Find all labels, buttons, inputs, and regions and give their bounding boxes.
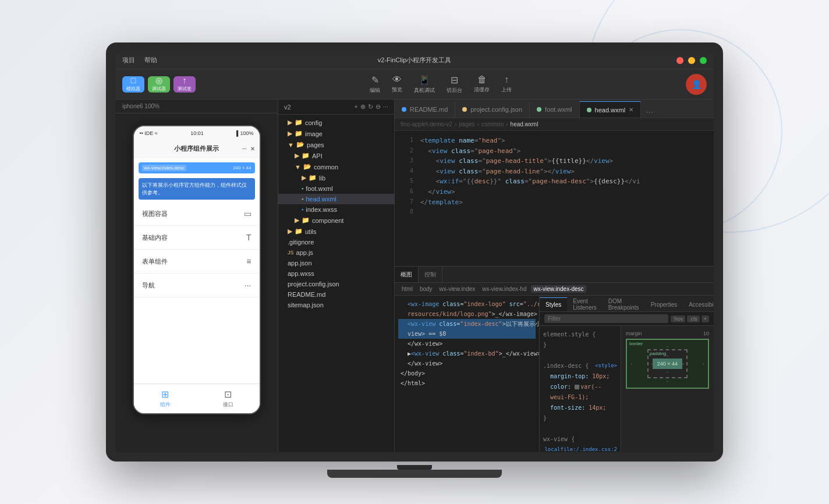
preview-action[interactable]: 👁 预览 [392,74,402,94]
window-close[interactable] [676,57,683,64]
window-minimize[interactable] [688,57,695,64]
list-item-nav[interactable]: 导航 ··· [134,274,260,297]
folder-icon-api: ▶ [295,152,299,159]
styles-tab-event-listeners[interactable]: Event Listeners [567,297,603,311]
phone-menu-dots[interactable]: ··· [242,146,247,152]
phone-container: •• IDE ≈ 10:01 ▌100% 小程序组件展示 ··· ✕ [115,113,278,452]
padding-row: - 240 × 44 - [651,359,684,369]
styles-tab-accessibility[interactable]: Accessibility [683,297,714,311]
code-editor-top: 1 <template name="head"> 2 <view class="… [395,131,714,266]
line-num-7: 7 [399,197,413,207]
upload-action[interactable]: ↑ 上传 [501,74,512,94]
tree-item-index-wxss[interactable]: ▪ index.wxss [278,204,394,215]
phone-app-title: 小程序组件展示 [174,144,219,153]
clear-cache-action[interactable]: 🗑 清缓存 [474,74,490,94]
device-debug-action[interactable]: 📱 真机调试 [414,74,435,94]
code-text-6: </view> [420,187,455,197]
debugger-label: 调试器 [152,86,166,92]
edit-action[interactable]: ✎ 编辑 [370,74,380,94]
tab-more-button[interactable]: ··· [641,107,658,118]
more-icon[interactable]: ··· [383,103,388,111]
tree-item-image[interactable]: ▶ 📁 image [278,128,394,139]
window-maximize[interactable] [700,57,707,64]
phone-close-btn[interactable]: ✕ [250,146,255,152]
new-file-icon[interactable]: + [354,103,357,111]
tree-item-config[interactable]: ▶ 📁 config [278,117,394,128]
db-item-html[interactable]: html [399,285,415,293]
tree-item-readme[interactable]: README.md [278,289,394,300]
styles-tab-styles[interactable]: Styles [540,297,567,311]
filter-badge-hov[interactable]: :hov [671,315,685,322]
tree-item-project-config[interactable]: project.config.json [278,279,394,289]
devtools-tab-control[interactable]: 控制 [419,267,442,282]
devtools-html-panel: <wx-image class="index-logo" src="../res… [395,296,539,452]
tree-item-common[interactable]: ▼ 📂 common [278,161,394,172]
user-avatar[interactable]: 👤 [686,74,707,95]
tree-item-api[interactable]: ▶ 📁 API [278,150,394,161]
tab-dot-project [462,107,467,112]
db-item-wx-view-index-hd[interactable]: wx-view.index-hd [480,285,529,293]
code-line-5: 5 <wx:if="{{desc}}" class="page-head-des… [395,176,714,187]
tab-dot-head [587,108,591,112]
style-source-link[interactable]: <style> [595,361,617,370]
padding-right-val: - [682,361,684,367]
collapse-icon[interactable]: ⊖ [375,103,381,111]
menu-item-project[interactable]: 项目 [122,56,135,65]
tab-close-head[interactable]: ✕ [629,107,633,113]
phone-title-bar: 小程序组件展示 ··· ✕ [134,140,260,158]
db-item-wx-view-index-desc[interactable]: wx-view.index-desc [531,285,586,293]
tree-item-app-json[interactable]: app.json [278,258,394,268]
list-item-basic-content[interactable]: 基础内容 T [134,226,260,250]
test-button[interactable]: ↑ 测试签 [173,76,196,93]
components-nav-label: 组件 [160,401,171,409]
editor-area: v2 + ⊕ ↻ ⊖ ··· [278,100,714,452]
code-text-5: <wx:if="{{desc}}" class="page-head-desc"… [420,176,640,187]
db-item-wx-view-index[interactable]: wx-view.index [437,285,478,293]
devtools-tabs: 概图 控制 [395,267,442,282]
tree-item-head-wxml[interactable]: ▪ head.wxml [278,194,394,204]
tree-item-utils[interactable]: ▶ 📁 utils [278,226,394,237]
phone-signal: •• IDE ≈ [140,130,158,136]
toolbar-right: 👤 [686,74,707,95]
debugger-button[interactable]: ◎ 调试器 [148,76,170,93]
styles-tab-properties[interactable]: Properties [645,297,683,311]
box-middle-row: - padding - - [630,349,704,378]
menu-item-help[interactable]: 帮助 [144,56,157,65]
styles-tab-dom-breakpoints[interactable]: DOM Breakpoints [603,297,645,311]
tab-project-config[interactable]: project.config.json [455,101,530,118]
border-bottom-val: - [630,378,704,384]
tree-item-app-wxss[interactable]: app.wxss [278,268,394,279]
list-item-view-container[interactable]: 视图容器 ▭ [134,202,260,226]
styles-split: element.style { } .index-desc { <style> [540,326,714,452]
tree-item-gitignore[interactable]: .gitignore [278,237,394,247]
tab-head-wxml[interactable]: head.wxml ✕ [580,101,642,118]
new-folder-icon[interactable]: ⊕ [360,103,366,111]
styles-filter-input[interactable] [544,314,668,323]
refresh-icon[interactable]: ↻ [368,103,373,111]
tree-item-component[interactable]: ▶ 📁 component [278,215,394,226]
background-icon: ⊟ [451,74,458,86]
phone-nav-interface[interactable]: ⊡ 接口 [197,384,260,413]
filter-badge-plus[interactable]: + [702,315,709,322]
line-num-2: 2 [399,146,413,155]
tree-item-pages[interactable]: ▼ 📂 pages [278,139,394,150]
phone-nav-components[interactable]: ⊞ 组件 [134,384,197,413]
html-line-3[interactable]: <wx-view class="index-desc">以下将展示小程序官方组件… [398,319,536,329]
filter-badge-cls[interactable]: .cls [687,315,700,322]
tree-item-foot-wxml[interactable]: ▪ foot.wxml [278,183,394,194]
tree-item-lib[interactable]: ▶ 📁 lib [278,172,394,183]
background-action[interactable]: ⊟ 切后台 [447,74,462,94]
app-title: v2-FinClip小程序开发工具 [378,56,452,65]
tree-item-sitemap[interactable]: sitemap.json [278,300,394,310]
style-wx-view-link[interactable]: localfile:/.index.css:2 [544,445,617,452]
upload-label: 上传 [501,86,512,94]
tree-item-app-js[interactable]: JS app.js [278,247,394,258]
list-item-form[interactable]: 表单组件 ≡ [134,250,260,274]
tab-readme[interactable]: README.md [395,101,455,118]
tab-foot-wxml[interactable]: foot.wxml [530,101,579,118]
file-tree: ▶ 📁 config ▶ 📁 image [278,115,394,313]
editor-panel: README.md project.config.json foot.wxml [395,100,714,452]
devtools-tab-overview[interactable]: 概图 [395,267,419,282]
db-item-body[interactable]: body [417,285,435,293]
simulator-button[interactable]: □ 模拟器 [122,76,144,93]
